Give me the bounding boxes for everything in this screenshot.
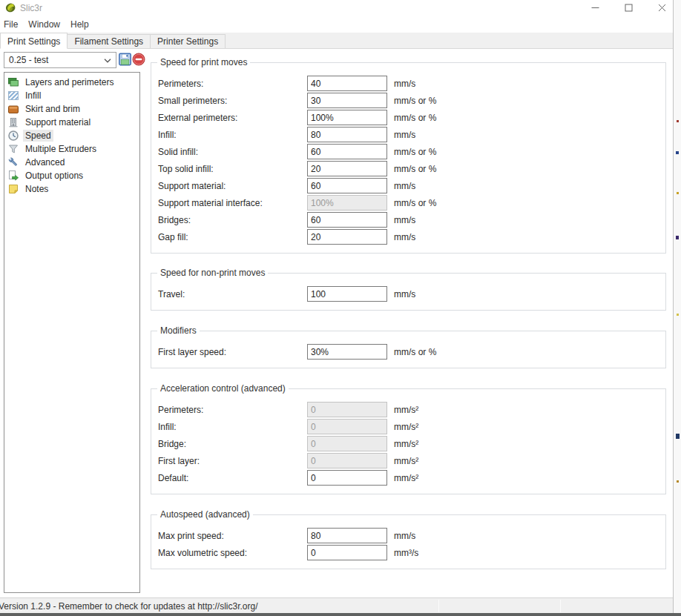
setting-label: Max print speed: [158,531,307,541]
group-title: Acceleration control (advanced) [157,383,289,394]
sidebar-item-skirt-and-brim[interactable]: Skirt and brim [4,102,139,116]
external-perimeters-input[interactable] [307,110,387,125]
group-autospeed: Autospeed (advanced) Max print speed: mm… [151,514,666,569]
sidebar-item-layers-and-perimeters[interactable]: Layers and perimeters [4,76,139,89]
group-speed-non-print-moves: Speed for non-print moves Travel: mm/s [151,273,666,311]
setting-row: Bridges: mm/s [151,211,665,228]
setting-label: Solid infill: [158,147,307,157]
desktop-speck [677,192,679,194]
window-title: Slic3r [20,3,42,13]
unit-label: mm³/s [394,548,418,558]
setting-label: Travel: [158,289,307,299]
infill-icon [7,90,19,102]
version-status-text: Version 1.2.9 - Remember to check for up… [0,601,258,612]
travel-speed-input[interactable] [307,286,387,302]
desktop-speck [677,120,679,122]
bridges-speed-input[interactable] [307,212,387,228]
menu-help[interactable]: Help [65,17,94,32]
desktop-speck [677,314,679,316]
preset-dropdown[interactable]: 0.25 - test [4,52,116,68]
speed-icon [7,130,19,142]
unit-label: mm/s or % [394,164,436,174]
sidebar-item-notes[interactable]: Notes [4,182,139,196]
minimize-button[interactable] [583,0,607,15]
slic3r-window: Slic3r File Window Help Print Settings F… [0,0,681,616]
group-title: Speed for non-print moves [157,268,268,278]
output-icon [7,170,19,182]
perimeters-speed-input[interactable] [307,76,387,91]
sidebar-item-speed[interactable]: Speed [4,129,139,142]
sidebar-item-support-material[interactable]: Support material [4,116,139,129]
maximize-button[interactable] [616,0,640,15]
small-perimeters-input[interactable] [307,93,387,108]
setting-row: Perimeters: mm/s² [151,401,665,418]
taskbar-edge [0,613,681,616]
setting-row: Default: mm/s² [151,469,665,486]
desktop-edge-strip [673,0,681,613]
unit-label: mm/s [394,181,415,191]
max-volumetric-speed-input[interactable] [307,545,387,560]
max-print-speed-input[interactable] [307,528,387,543]
status-bar-divider [560,600,561,612]
setting-row: Travel: mm/s [151,285,665,302]
gap-fill-input[interactable] [307,229,387,245]
delete-preset-button[interactable] [131,52,145,68]
setting-label: Max volumetric speed: [158,548,307,558]
setting-row: Infill: mm/s [151,126,665,143]
setting-row: Perimeters: mm/s [151,75,665,92]
desktop-speck [676,151,679,154]
preset-dropdown-value: 0.25 - test [9,55,48,65]
unit-label: mm/s² [394,456,418,466]
setting-label: Bridge: [158,439,307,449]
setting-row: Max print speed: mm/s [151,527,665,544]
group-title: Modifiers [157,325,200,336]
setting-row: First layer speed: mm/s or % [151,343,665,360]
infill-speed-input[interactable] [307,127,387,142]
setting-row: Small perimeters: mm/s or % [151,92,665,109]
tab-print-settings[interactable]: Print Settings [0,33,68,49]
unit-label: mm/s or % [394,113,436,123]
sidebar-item-multiple-extruders[interactable]: Multiple Extruders [4,142,139,156]
setting-row: Support material: mm/s [151,177,665,194]
setting-row: External perimeters: mm/s or % [151,109,665,126]
tab-filament-settings[interactable]: Filament Settings [67,34,151,48]
menu-window[interactable]: Window [23,17,65,32]
sidebar-item-infill[interactable]: Infill [4,89,139,102]
print-settings-page: 0.25 - test [0,49,673,597]
accel-default-input[interactable] [307,470,387,486]
support-icon [7,116,19,128]
setting-label: Default: [158,473,307,483]
save-floppy-icon [119,53,131,66]
save-preset-button[interactable] [118,52,132,68]
layers-icon [7,76,19,88]
setting-row: Bridge: mm/s² [151,435,665,452]
accel-bridge-input [307,436,387,451]
setting-label: Infill: [158,422,307,432]
setting-label: First layer: [158,456,307,466]
maximize-icon [625,4,633,12]
close-button[interactable] [650,0,674,15]
setting-label: First layer speed: [158,347,307,357]
setting-label: Perimeters: [158,79,307,89]
status-bar: Version 1.2.9 - Remember to check for up… [0,597,673,613]
solid-infill-input[interactable] [307,144,387,159]
unit-label: mm/s² [394,473,418,483]
unit-label: mm/s or % [394,147,436,157]
menu-file[interactable]: File [0,17,23,32]
support-material-speed-input[interactable] [307,178,387,193]
unit-label: mm/s [394,531,415,541]
accel-first-layer-input [307,453,387,468]
sidebar-item-advanced[interactable]: Advanced [4,156,139,169]
sidebar-item-output-options[interactable]: Output options [4,169,139,182]
minimize-icon [591,4,599,12]
desktop-speck [676,236,679,239]
tab-printer-settings[interactable]: Printer Settings [150,34,226,48]
setting-row: Gap fill: mm/s [151,228,665,245]
status-bar-divider [438,600,439,612]
setting-label: Perimeters: [158,405,307,415]
setting-label: External perimeters: [158,113,307,123]
top-solid-infill-input[interactable] [307,161,387,176]
first-layer-speed-input[interactable] [307,344,387,360]
group-title: Autospeed (advanced) [157,509,253,520]
menu-bar: File Window Help [0,16,673,33]
